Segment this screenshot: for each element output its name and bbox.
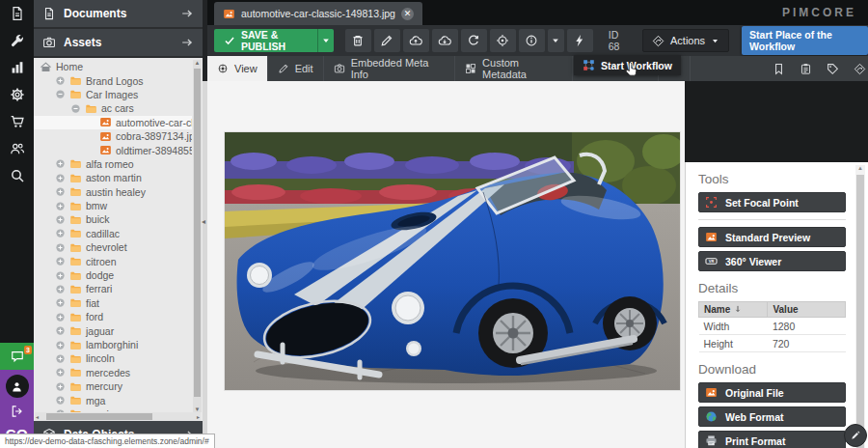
tree-item-cobra-3897134-jpg[interactable]: cobra-3897134.jpg [34,129,192,143]
diamond-arrow-button[interactable] [851,63,868,75]
expand-icon[interactable] [55,395,66,406]
tree-item-austin-healey[interactable]: austin healey [34,185,192,199]
tree-item-alfa-romeo[interactable]: alfa romeo [34,157,192,171]
tab-embedded-meta-info[interactable]: Embedded Meta Info [324,56,455,81]
expand-icon[interactable] [55,284,66,294]
tree-item-home[interactable]: Home [34,60,192,73]
close-tab-icon[interactable]: ✕ [401,8,414,20]
expand-icon[interactable] [55,297,66,308]
tree-item-brand-logos[interactable]: Brand Logos [34,73,192,87]
tree-item-mga[interactable]: mga [34,393,192,406]
asset-tab[interactable]: automotive-car-classic-149813.jpg ✕ [214,2,422,25]
tree-item-automotive-car-classic-14[interactable]: automotive-car-classic-14 [34,116,192,129]
tree-item-chevrolet[interactable]: chevrolet [34,240,192,254]
bookmark-button[interactable] [770,63,787,75]
expand-icon[interactable] [55,201,66,211]
print-format-button[interactable]: Print Format [698,431,846,448]
tree-item-car-images[interactable]: Car Images [34,88,192,101]
details-column-name[interactable]: Name [699,302,768,318]
trash-icon [351,34,365,47]
assets-panel-header[interactable]: Assets [34,29,203,58]
original-file-button[interactable]: Original File [698,382,846,403]
pencil-button[interactable] [374,29,400,52]
expand-icon[interactable] [55,367,66,378]
expand-icon[interactable] [55,186,66,197]
tree-vertical-scrollbar[interactable]: ▲▼ [193,60,202,412]
tree-item-ac-cars[interactable]: ac cars [34,101,192,115]
expand-icon[interactable] [55,75,66,86]
expand-icon[interactable] [55,228,66,238]
tree-item-mercedes[interactable]: mercedes [34,366,192,379]
rail-users-button[interactable] [0,135,34,162]
asset-tree: HomeBrand LogosCar Imagesac carsautomoti… [34,60,192,412]
tree-item-ford[interactable]: ford [34,310,192,323]
expand-icon[interactable] [55,353,66,364]
expand-icon[interactable] [55,270,66,281]
standard-preview-button[interactable]: Standard Preview [698,227,846,247]
grid-icon [465,63,476,74]
expand-icon[interactable] [55,242,66,253]
rail-wrench-button[interactable] [0,27,34,54]
tree-item-cadillac[interactable]: cadillac [34,227,192,240]
cloud-download-button[interactable] [432,29,458,52]
web-format-button[interactable]: Web Format [698,406,846,427]
save-options-caret[interactable] [317,36,333,45]
tree-item-citroen[interactable]: citroen [34,254,192,267]
collapse-icon[interactable] [70,103,81,114]
expand-icon[interactable] [55,340,66,350]
tree-item-dodge[interactable]: dodge [34,268,192,282]
set-focal-point-button[interactable]: Set Focal Point [698,192,846,212]
rail-document-button[interactable] [0,0,34,27]
tab-edit[interactable]: Edit [268,56,324,81]
globe-icon [705,410,718,423]
refresh-button[interactable] [461,29,487,52]
info-button[interactable] [519,29,545,52]
tag-button[interactable] [824,63,841,75]
tab-custom-metadata[interactable]: Custom Metadata [455,56,573,81]
target-button[interactable] [490,29,516,52]
tree-item-ferrari[interactable]: ferrari [34,282,192,295]
expand-icon[interactable] [55,325,66,336]
cloud-upload-button[interactable] [403,29,429,52]
rail-search-button[interactable] [0,162,34,189]
tree-item-fiat[interactable]: fiat [34,296,192,310]
save-publish-button[interactable]: SAVE & PUBLISH [214,29,334,52]
tree-item-jaguar[interactable]: jaguar [34,323,192,337]
gear-icon [10,87,25,102]
user-avatar-button[interactable] [6,375,29,398]
expand-icon[interactable] [55,173,66,183]
rail-gear-button[interactable] [0,81,34,108]
chat-button[interactable]: 3 [0,343,34,370]
tree-item-aston-martin[interactable]: aston martin [34,171,192,184]
details-cell: 720 [768,335,846,352]
tree-item-label: automotive-car-classic-14 [116,117,192,128]
actions-button[interactable]: Actions [642,29,729,52]
tree-item-lamborghini[interactable]: lamborghini [34,338,192,351]
rail-cart-button[interactable] [0,108,34,135]
expand-icon[interactable] [55,158,66,169]
logout-button[interactable] [11,405,24,422]
expand-icon[interactable] [55,312,66,322]
clipboard-button[interactable] [797,63,814,75]
tree-item-bmw[interactable]: bmw [34,199,192,212]
expand-icon[interactable] [55,256,66,266]
tree-item-lincoln[interactable]: lincoln [34,351,192,365]
rail-bar-chart-button[interactable] [0,54,34,81]
tree-item-oldtimer-3894855-jpg[interactable]: oldtimer-3894855.jpg [34,143,192,156]
lightning-button[interactable] [567,29,593,52]
360-viewer-button[interactable]: VR360° Viewer [698,251,846,271]
collapse-icon[interactable] [55,89,66,99]
documents-panel-header[interactable]: Documents [34,0,203,29]
tab-view[interactable]: View [207,56,268,81]
feedback-widget-button[interactable] [844,424,867,447]
trash-button[interactable] [345,29,371,52]
details-column-value[interactable]: Value [768,302,846,318]
panel-scrollbar[interactable]: ▲ [855,165,865,448]
tab-label: Embedded Meta Info [351,57,445,80]
caret-down-button[interactable] [548,29,564,52]
tree-item-buick[interactable]: buick [34,212,192,226]
tree-horizontal-scrollbar[interactable]: ◂▸ [35,412,201,421]
tree-item-mercury[interactable]: mercury [34,379,192,393]
expand-icon[interactable] [55,381,66,392]
expand-icon[interactable] [55,214,66,225]
